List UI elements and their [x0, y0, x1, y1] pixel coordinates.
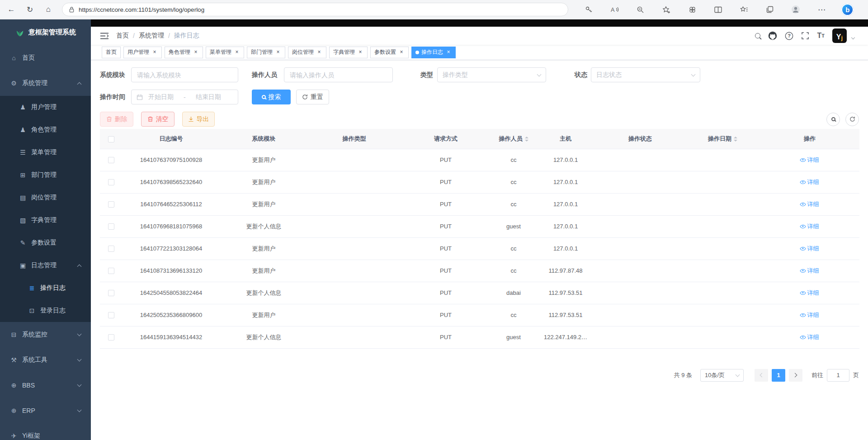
- sidebar-item-system-tools[interactable]: ⚒系统工具: [0, 347, 91, 373]
- add-favorite-icon[interactable]: [659, 2, 674, 17]
- font-size-icon[interactable]: TT: [817, 32, 825, 40]
- detail-link[interactable]: 详细: [801, 333, 819, 341]
- status-select[interactable]: 日志状态: [591, 67, 700, 82]
- row-checkbox[interactable]: [108, 157, 114, 163]
- close-icon[interactable]: ×: [445, 49, 452, 56]
- sidebar-item-user-management[interactable]: ♟用户管理: [0, 96, 91, 118]
- chevron-down-icon[interactable]: [851, 36, 855, 39]
- start-date-placeholder: 开始日期: [148, 93, 174, 101]
- close-icon[interactable]: ×: [316, 49, 322, 56]
- browser-menu-icon[interactable]: ⋯: [815, 2, 829, 17]
- detail-link[interactable]: 详细: [801, 267, 819, 275]
- next-page-button[interactable]: [789, 369, 802, 382]
- extensions-icon[interactable]: [685, 2, 699, 17]
- row-checkbox[interactable]: [108, 223, 114, 230]
- tab-post-management[interactable]: 岗位管理×: [288, 47, 326, 58]
- tab-menu-management[interactable]: 菜单管理×: [206, 47, 244, 58]
- tab-user-management[interactable]: 用户管理×: [123, 47, 162, 58]
- browser-back-button[interactable]: ←: [4, 2, 19, 17]
- page-size-select[interactable]: 10条/页: [700, 369, 744, 382]
- tab-dept-management[interactable]: 部门管理×: [247, 47, 285, 58]
- sort-carets[interactable]: [525, 137, 528, 142]
- detail-link[interactable]: 详细: [801, 200, 819, 208]
- sidebar-item-dict-management[interactable]: ▧字典管理: [0, 209, 91, 232]
- table-search-button[interactable]: [826, 113, 840, 126]
- detail-link[interactable]: 详细: [801, 289, 819, 297]
- password-key-icon[interactable]: [581, 2, 596, 17]
- github-icon[interactable]: [768, 31, 777, 40]
- sidebar-item-dept-management[interactable]: ⊞部门管理: [0, 164, 91, 186]
- tab-home[interactable]: 首页: [102, 47, 121, 58]
- row-checkbox[interactable]: [108, 201, 114, 208]
- select-all-checkbox[interactable]: [108, 136, 114, 142]
- split-screen-icon[interactable]: [711, 2, 726, 17]
- tab-param-settings[interactable]: 参数设置×: [370, 47, 409, 58]
- goto-page-input[interactable]: [827, 369, 849, 382]
- daterange-input[interactable]: 开始日期 - 结束日期: [131, 90, 238, 104]
- search-button[interactable]: 搜索: [252, 90, 291, 104]
- sidebar-item-login-log[interactable]: ⊡登录日志: [0, 299, 91, 322]
- row-checkbox[interactable]: [108, 246, 114, 252]
- detail-link[interactable]: 详细: [801, 311, 819, 319]
- delete-button[interactable]: 删除: [100, 112, 133, 127]
- export-button[interactable]: 导出: [182, 112, 215, 127]
- close-icon[interactable]: ×: [193, 49, 199, 56]
- tab-dict-management[interactable]: 字典管理×: [329, 47, 368, 58]
- read-aloud-icon[interactable]: A: [608, 2, 622, 17]
- sidebar-item-log-management[interactable]: ▣日志管理: [0, 254, 91, 277]
- detail-link[interactable]: 详细: [801, 222, 819, 231]
- browser-profile-avatar[interactable]: [788, 2, 803, 17]
- collections-icon[interactable]: [763, 2, 777, 17]
- sidebar-item-bbs[interactable]: ⊕BBS: [0, 373, 91, 398]
- zoom-out-icon[interactable]: [633, 2, 648, 17]
- row-checkbox[interactable]: [108, 268, 114, 274]
- breadcrumb-item[interactable]: 首页: [116, 32, 129, 40]
- column-header-op_date[interactable]: 操作日期: [685, 129, 760, 149]
- table-refresh-button[interactable]: [845, 113, 859, 126]
- fullscreen-icon[interactable]: [801, 32, 809, 40]
- copilot-icon[interactable]: b: [840, 2, 855, 17]
- sidebar-item-home[interactable]: ⌂首页: [0, 45, 91, 71]
- reset-button[interactable]: 重置: [296, 90, 329, 104]
- breadcrumb-item[interactable]: 系统管理: [139, 32, 164, 40]
- sidebar-item-yi-framework[interactable]: ✈Yi框架: [0, 423, 91, 440]
- detail-link[interactable]: 详细: [801, 178, 819, 186]
- tab-operation-log[interactable]: 操作日志×: [411, 47, 456, 58]
- address-bar[interactable]: https://ccnetcore.com:1101/system/log/op…: [62, 3, 568, 16]
- row-checkbox[interactable]: [108, 179, 114, 185]
- sidebar-item-system-management[interactable]: ⚙系统管理: [0, 71, 91, 96]
- close-icon[interactable]: ×: [275, 49, 281, 56]
- column-header-operator[interactable]: 操作人员: [491, 129, 536, 149]
- row-checkbox[interactable]: [108, 312, 114, 318]
- help-icon[interactable]: ?: [785, 32, 793, 40]
- sidebar-item-param-settings[interactable]: ✎参数设置: [0, 232, 91, 254]
- search-icon[interactable]: [755, 33, 760, 38]
- browser-home-button[interactable]: ⌂: [41, 2, 56, 17]
- operator-input[interactable]: [284, 67, 393, 82]
- sort-carets[interactable]: [734, 137, 737, 142]
- close-icon[interactable]: ×: [234, 49, 240, 56]
- prev-page-button[interactable]: [755, 369, 768, 382]
- sidebar-item-role-management[interactable]: ♟角色管理: [0, 118, 91, 141]
- browser-refresh-button[interactable]: ↻: [23, 2, 37, 17]
- clear-button[interactable]: 清空: [141, 112, 175, 127]
- favorites-icon[interactable]: [737, 2, 751, 17]
- row-checkbox[interactable]: [108, 290, 114, 296]
- sidebar-item-system-monitor[interactable]: ⊟系统监控: [0, 322, 91, 347]
- tab-role-management[interactable]: 角色管理×: [165, 47, 203, 58]
- hamburger-icon[interactable]: [100, 32, 109, 40]
- detail-link[interactable]: 详细: [801, 156, 819, 164]
- sidebar-item-post-management[interactable]: ▤岗位管理: [0, 186, 91, 209]
- sidebar-item-erp[interactable]: ⊕ERP: [0, 398, 91, 423]
- close-icon[interactable]: ×: [357, 49, 363, 56]
- close-icon[interactable]: ×: [151, 49, 158, 56]
- row-checkbox[interactable]: [108, 334, 114, 341]
- type-select[interactable]: 操作类型: [437, 67, 546, 82]
- user-avatar[interactable]: Yj: [832, 28, 847, 43]
- page-number-1[interactable]: 1: [772, 369, 785, 382]
- sidebar-item-operation-log[interactable]: ≣操作日志: [0, 277, 91, 299]
- close-icon[interactable]: ×: [398, 49, 405, 56]
- detail-link[interactable]: 详细: [801, 245, 819, 253]
- module-input[interactable]: [131, 67, 238, 82]
- sidebar-item-menu-management[interactable]: ☰菜单管理: [0, 141, 91, 164]
